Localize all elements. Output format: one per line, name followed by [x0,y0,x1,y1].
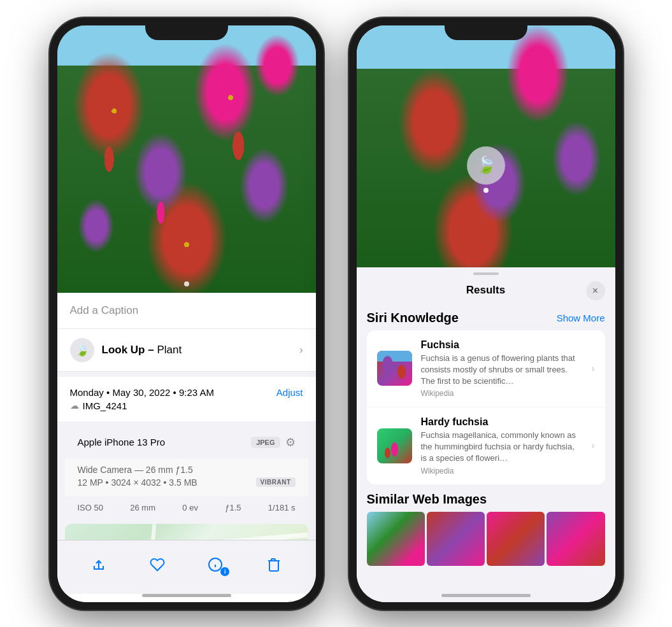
fuchsia-thumbnail [377,351,412,386]
phone-2-screen: 🍃 Results × Siri Knowledge Show More [357,25,615,602]
web-images-grid [367,512,605,566]
camera-model-row: Apple iPhone 13 Pro JPEG ⚙ [65,426,308,458]
caption-field[interactable]: Add a Caption [57,293,316,329]
lookup-dot [483,188,489,193]
show-more-button[interactable]: Show More [557,313,605,323]
camera-details: Wide Camera — 26 mm ƒ1.5 12 MP • 3024 × … [65,458,308,497]
filename-text: IMG_4241 [83,400,127,411]
hardy-fuchsia-name: Hardy fuchsia [421,416,583,428]
camera-badges: JPEG ⚙ [251,435,295,449]
home-indicator [142,594,231,597]
lookup-row[interactable]: 🍃 Look Up – Plant › [57,329,316,372]
phone-1-screen: Add a Caption 🍃 Look Up – Plant › Monday… [57,25,316,602]
lens-detail: Wide Camera — 26 mm ƒ1.5 [78,465,296,475]
web-image-2[interactable] [427,512,485,566]
lookup-label: Look Up – Plant [102,344,182,356]
visual-lookup-button[interactable]: 🍃 [467,146,505,185]
fuchsia-info: Fuchsia Fuchsia is a genus of flowering … [421,339,583,398]
date-text: Monday • May 30, 2022 • 9:23 AM [70,387,214,398]
aperture-value: ƒ1.5 [225,503,241,512]
fuchsia-name: Fuchsia [421,339,583,351]
exif-row: ISO 50 26 mm 0 ev ƒ1.5 1/181 s [65,497,308,519]
cloud-icon: ☁ [70,400,79,411]
phone-2: 🍃 Results × Siri Knowledge Show More [349,18,623,610]
fuchsia-description: Fuchsia is a genus of flowering plants t… [421,353,583,388]
web-image-4[interactable] [547,512,604,566]
results-header: Results × [357,275,615,303]
info-button[interactable]: i [201,551,229,579]
photo-view: Add a Caption 🍃 Look Up – Plant › Monday… [57,25,316,602]
delete-button[interactable] [260,551,288,579]
info-badge: i [220,567,229,576]
resolution-detail: 12 MP • 3024 × 4032 • 3.5 MB VIBRANT [78,477,296,488]
results-view: 🍃 Results × Siri Knowledge Show More [357,25,615,602]
lookup-chevron-icon: › [299,344,303,356]
results-close-button[interactable]: × [586,281,605,300]
share-button[interactable] [85,551,113,579]
results-title: Results [466,284,505,297]
bottom-toolbar: i [57,540,316,594]
iso-value: ISO 50 [78,503,103,512]
fuchsia-source: Wikipedia [421,389,583,398]
web-image-3[interactable] [487,512,545,566]
favorite-button[interactable] [143,551,171,579]
jpeg-badge: JPEG [251,437,280,448]
fuchsia-thumb-img [377,351,412,386]
lookup-icon: 🍃 [70,338,94,362]
map-section[interactable] [65,524,308,540]
web-images-title: Similar Web Images [367,492,487,507]
hardy-fuchsia-thumbnail [377,428,412,463]
hardy-fuchsia-chevron-icon: › [591,440,594,451]
adjust-button[interactable]: Adjust [276,387,303,398]
photo-page-indicator [184,281,189,286]
hardy-fuchsia-info: Hardy fuchsia Fuchsia magellanica, commo… [421,416,583,476]
date-info-section: Monday • May 30, 2022 • 9:23 AM Adjust ☁… [57,377,316,421]
camera-settings-icon[interactable]: ⚙ [285,435,296,449]
results-content: Siri Knowledge Show More Fuchsia Fuchsia… [357,303,615,589]
results-flower-photo: 🍃 [357,25,615,267]
web-images-section: Similar Web Images [367,492,605,566]
hardy-fuchsia-description: Fuchsia magellanica, commonly known as t… [421,430,583,465]
map-road-1 [65,532,308,540]
map-background [65,524,308,540]
hardy-fuchsia-item[interactable]: Hardy fuchsia Fuchsia magellanica, commo… [367,407,605,484]
results-panel: Results × Siri Knowledge Show More [357,267,615,602]
fuchsia-item[interactable]: Fuchsia Fuchsia is a genus of flowering … [367,330,605,408]
photo-info-panel: Add a Caption 🍃 Look Up – Plant › Monday… [57,293,316,540]
map-road-3 [147,524,157,540]
flower-photo[interactable] [57,25,316,293]
web-image-1[interactable] [367,512,425,566]
phone-1: Add a Caption 🍃 Look Up – Plant › Monday… [50,18,324,610]
fuchsia-chevron-icon: › [591,363,594,374]
caption-placeholder-text: Add a Caption [70,304,139,316]
hardy-thumb-img [377,428,412,463]
focal-value: 26 mm [130,503,155,512]
camera-model-text: Apple iPhone 13 Pro [78,437,166,447]
web-images-header: Similar Web Images [367,492,605,507]
shutter-value: 1/181 s [268,503,296,512]
vibrant-badge: VIBRANT [256,477,296,487]
ev-value: 0 ev [182,503,198,512]
siri-knowledge-header: Siri Knowledge Show More [367,311,605,325]
hardy-fuchsia-source: Wikipedia [421,467,583,476]
home-indicator-2 [441,594,531,597]
knowledge-card: Fuchsia Fuchsia is a genus of flowering … [367,330,605,484]
flower-art-overlay [57,25,316,293]
siri-knowledge-title: Siri Knowledge [367,311,459,325]
